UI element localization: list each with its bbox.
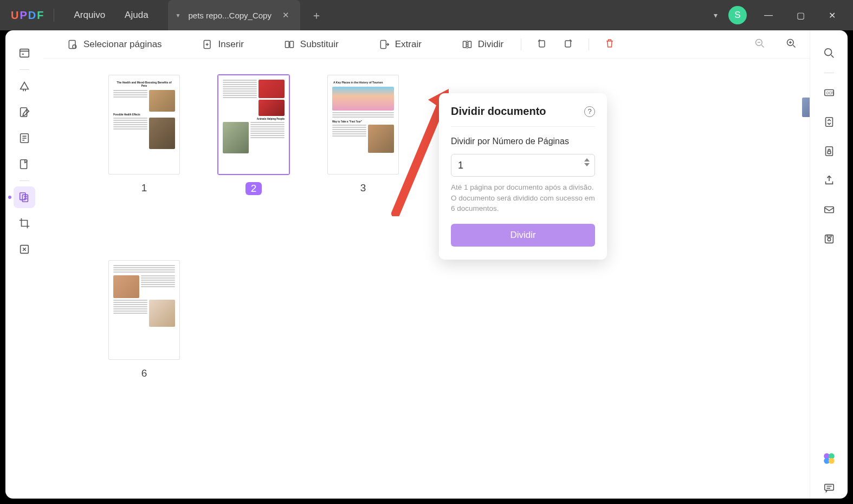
titlebar: UPDF Arquivo Ajuda ▼ pets repo...Copy_Co… xyxy=(0,0,853,30)
popup-label: Dividir por Número de Páginas xyxy=(451,137,595,146)
chevron-down-icon[interactable]: ▾ xyxy=(714,11,718,20)
ocr-icon[interactable]: OCR xyxy=(818,82,840,104)
left-sidebar xyxy=(5,30,43,499)
zoom-out-icon[interactable] xyxy=(749,36,771,53)
document-tab[interactable]: ▼ pets repo...Copy_Copy ✕ xyxy=(168,0,300,30)
tab-dropdown-icon[interactable]: ▼ xyxy=(176,12,181,18)
svg-rect-24 xyxy=(463,41,466,48)
sidebar-page-view[interactable] xyxy=(14,127,35,149)
svg-point-36 xyxy=(824,49,831,56)
page-thumbnails: The Health and Mood-Boosting Benefits of… xyxy=(43,59,810,499)
svg-rect-22 xyxy=(290,41,294,48)
sidebar-crop[interactable] xyxy=(14,212,35,234)
svg-rect-42 xyxy=(828,151,831,154)
svg-text:OCR: OCR xyxy=(826,91,834,95)
svg-rect-16 xyxy=(69,40,75,48)
tab-title: pets repo...Copy_Copy xyxy=(189,11,272,20)
feedback-icon[interactable] xyxy=(818,477,840,499)
convert-icon[interactable] xyxy=(818,111,840,133)
page-number: 6 xyxy=(141,367,147,379)
sidebar-comment[interactable] xyxy=(14,75,35,97)
toolbar-rotate-right[interactable] xyxy=(557,36,579,53)
email-icon[interactable] xyxy=(818,199,840,221)
number-spinner[interactable] xyxy=(584,158,590,166)
main-content: Selecionar páginas Inserir Substituir Ex… xyxy=(43,30,810,499)
svg-rect-25 xyxy=(468,41,471,48)
right-sidebar: OCR xyxy=(810,30,848,499)
page-thumb-6[interactable]: 6 xyxy=(108,260,180,379)
window-maximize-icon[interactable]: ▢ xyxy=(790,10,811,21)
toolbar-extract[interactable]: Extrair xyxy=(371,37,429,52)
popup-title: Dividir documento xyxy=(451,105,546,118)
svg-point-50 xyxy=(828,458,834,464)
menu-file[interactable]: Arquivo xyxy=(64,10,115,21)
svg-rect-51 xyxy=(824,484,833,490)
svg-rect-27 xyxy=(539,41,545,47)
search-icon[interactable] xyxy=(818,42,840,64)
toolbar-split[interactable]: Dividir xyxy=(454,37,511,52)
svg-rect-43 xyxy=(824,207,833,213)
new-tab-button[interactable]: ＋ xyxy=(300,8,333,23)
sidebar-form[interactable] xyxy=(14,153,35,175)
save-icon[interactable] xyxy=(818,228,840,250)
svg-rect-23 xyxy=(380,40,386,48)
svg-point-45 xyxy=(828,238,831,241)
svg-rect-21 xyxy=(285,41,289,48)
menu-help[interactable]: Ajuda xyxy=(115,10,158,21)
page-thumb-1[interactable]: The Health and Mood-Boosting Benefits of… xyxy=(108,75,180,195)
svg-rect-46 xyxy=(827,235,831,237)
protect-icon[interactable] xyxy=(818,140,840,162)
app-logo: UPDF xyxy=(11,9,44,22)
tab-close-icon[interactable]: ✕ xyxy=(279,9,293,21)
page-thumb-3[interactable]: A Key Places in the History of Tourism W… xyxy=(327,75,399,195)
svg-line-35 xyxy=(793,45,795,47)
toolbar-rotate-left[interactable] xyxy=(531,36,553,53)
pages-per-doc-input[interactable] xyxy=(451,154,595,177)
toolbar-delete[interactable] xyxy=(599,36,621,53)
page-number: 1 xyxy=(141,182,147,194)
page-number-selected: 2 xyxy=(245,182,262,195)
clover-icon[interactable] xyxy=(818,448,840,469)
svg-line-37 xyxy=(831,55,833,58)
app-body: Selecionar páginas Inserir Substituir Ex… xyxy=(5,30,848,499)
sidebar-organize-pages[interactable] xyxy=(14,186,35,208)
split-confirm-button[interactable]: Dividir xyxy=(451,224,595,247)
svg-rect-10 xyxy=(21,160,27,169)
sidebar-tools[interactable] xyxy=(14,238,35,260)
toolbar-replace[interactable]: Substituir xyxy=(276,37,346,52)
window-close-icon[interactable]: ✕ xyxy=(822,10,842,21)
svg-line-31 xyxy=(761,45,764,47)
share-icon[interactable] xyxy=(818,170,840,191)
zoom-in-icon[interactable] xyxy=(780,36,802,53)
page-number: 3 xyxy=(360,182,366,194)
split-document-popup: Dividir documento ? Dividir por Número d… xyxy=(439,93,607,260)
page-toolbar: Selecionar páginas Inserir Substituir Ex… xyxy=(43,30,810,59)
page-thumb-2[interactable]: Animals Helping People 2 xyxy=(218,75,289,195)
popup-hint: Até 1 página por documento após a divisã… xyxy=(451,182,595,214)
user-avatar[interactable]: S xyxy=(728,6,747,24)
toolbar-select-pages[interactable]: Selecionar páginas xyxy=(60,37,170,52)
svg-rect-40 xyxy=(825,118,832,127)
window-minimize-icon[interactable]: — xyxy=(758,10,779,20)
toolbar-insert[interactable]: Inserir xyxy=(195,37,251,52)
svg-rect-28 xyxy=(565,41,571,47)
sidebar-edit[interactable] xyxy=(14,101,35,123)
divider xyxy=(54,9,54,22)
svg-rect-44 xyxy=(825,235,833,243)
svg-rect-0 xyxy=(20,49,29,57)
help-icon[interactable]: ? xyxy=(584,106,595,117)
sidebar-reader[interactable] xyxy=(14,42,35,64)
page-thumb-partial xyxy=(802,98,810,117)
